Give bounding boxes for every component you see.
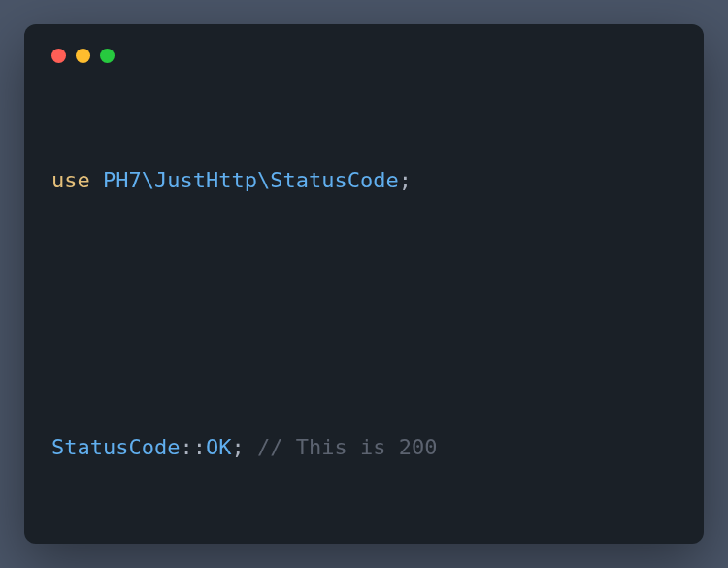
code-line: StatusCode::OK; // This is 200 (51, 431, 677, 463)
keyword-use: use (51, 168, 90, 192)
comment: // This is 200 (257, 435, 437, 459)
code-line-use: use PH7\JustHttp\StatusCode; (51, 164, 677, 196)
semicolon: ; (231, 435, 244, 459)
code-window: use PH7\JustHttp\StatusCode; StatusCode:… (24, 24, 704, 544)
semicolon: ; (399, 168, 412, 192)
close-icon[interactable] (51, 49, 66, 63)
code-block: use PH7\JustHttp\StatusCode; StatusCode:… (51, 100, 677, 544)
double-colon: :: (180, 435, 206, 459)
maximize-icon[interactable] (100, 49, 115, 63)
blank-line (51, 292, 677, 335)
namespace: PH7\JustHttp\StatusCode (103, 168, 399, 192)
constant: OK (206, 435, 232, 459)
traffic-lights (51, 44, 677, 63)
minimize-icon[interactable] (76, 49, 90, 63)
class-name: StatusCode (51, 435, 180, 459)
